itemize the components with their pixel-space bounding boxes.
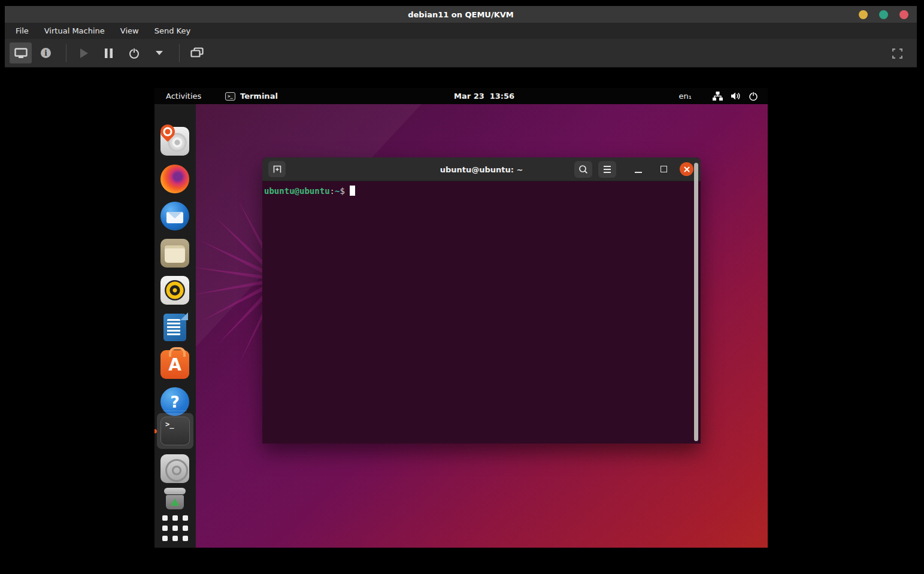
terminal-window-title: ubuntu@ubuntu: ~ (262, 157, 701, 181)
dock-item-rhythmbox[interactable] (160, 276, 189, 305)
dock: A ? >_ (154, 104, 196, 548)
terminal-icon: >_ (160, 417, 190, 445)
vm-window-titlebar[interactable]: debian11 on QEMU/KVM (5, 6, 917, 23)
menu-button[interactable] (598, 161, 616, 178)
vm-menubar: File Virtual Machine View Send Key (5, 23, 917, 39)
clock-time: 13:56 (490, 92, 514, 101)
window-controls (859, 6, 908, 23)
network-icon (713, 92, 723, 101)
libreoffice-writer-icon (160, 313, 189, 342)
dock-item-help[interactable]: ? (160, 387, 189, 416)
terminal-cursor (350, 186, 355, 196)
hamburger-icon (604, 166, 611, 173)
dock-item-libreoffice-writer[interactable] (160, 313, 189, 342)
maximize-window-button[interactable] (879, 10, 888, 19)
dock-item-firefox[interactable] (160, 165, 189, 193)
terminal-scrollbar[interactable] (694, 163, 698, 441)
chevron-down-icon (156, 51, 163, 55)
prompt-dollar: $ (340, 186, 344, 196)
search-button[interactable] (574, 161, 592, 178)
toolbar-separator (179, 44, 180, 62)
files-icon (160, 239, 189, 268)
toolbar-separator (66, 44, 66, 62)
virtual-displays-button[interactable] (186, 42, 208, 63)
app-grid-icon (160, 514, 189, 542)
terminal-titlebar[interactable]: ubuntu@ubuntu: ~ (262, 157, 701, 181)
vm-toolbar: i (5, 39, 917, 68)
rhythmbox-icon (160, 276, 189, 305)
focused-app-menu[interactable]: >_ Terminal (225, 92, 278, 101)
clock-date: Mar 23 (454, 92, 484, 101)
run-button[interactable] (72, 42, 95, 63)
vm-details-button[interactable]: i (35, 42, 57, 63)
gnome-top-bar: Activities >_ Terminal Mar 23 13:56 en₁ (154, 88, 768, 104)
terminal-window: ubuntu@ubuntu: ~ (262, 157, 701, 444)
shutdown-menu-button[interactable] (148, 42, 170, 63)
minimize-window-button[interactable] (859, 10, 868, 19)
terminal-maximize-button[interactable] (661, 166, 667, 172)
dock-item-files[interactable] (160, 239, 189, 268)
search-icon (578, 165, 588, 174)
prompt-colon: : (330, 186, 335, 196)
dock-separator (163, 411, 187, 411)
menu-view[interactable]: View (120, 26, 139, 35)
trash-icon (162, 488, 187, 512)
system-status-area[interactable]: en₁ (679, 92, 758, 101)
dock-item-app-grid[interactable] (160, 514, 189, 542)
thunderbird-icon (160, 202, 189, 230)
running-indicator-dot (154, 429, 157, 433)
menu-virtual-machine[interactable]: Virtual Machine (44, 26, 105, 35)
pause-icon (104, 48, 113, 59)
keyboard-layout-indicator[interactable]: en₁ (679, 92, 692, 101)
menu-send-key[interactable]: Send Key (154, 26, 190, 35)
new-tab-icon (272, 165, 282, 174)
disks-icon (160, 454, 189, 483)
power-icon (749, 92, 758, 101)
clock-button[interactable]: Mar 23 13:56 (454, 92, 514, 101)
dock-item-ubuntu-software[interactable]: A (160, 350, 189, 379)
new-tab-button[interactable] (268, 161, 286, 177)
help-icon: ? (160, 387, 189, 416)
vm-window-title: debian11 on QEMU/KVM (408, 10, 513, 19)
menu-file[interactable]: File (16, 26, 29, 35)
activities-button[interactable]: Activities (166, 92, 201, 101)
pause-button[interactable] (98, 42, 120, 63)
info-icon: i (41, 48, 51, 58)
focused-app-name: Terminal (240, 92, 278, 101)
dock-item-ubuntu-installer[interactable] (160, 127, 189, 156)
shutdown-button[interactable] (123, 42, 145, 63)
terminal-app-icon: >_ (225, 92, 235, 101)
dock-item-disks[interactable] (160, 454, 189, 483)
terminal-close-button[interactable] (680, 162, 693, 176)
power-icon (128, 47, 140, 59)
prompt-user-host: ubuntu@ubuntu (264, 186, 330, 196)
close-window-button[interactable] (899, 10, 908, 19)
dock-item-thunderbird[interactable] (160, 202, 189, 230)
volume-icon (731, 92, 741, 101)
dock-item-trash[interactable] (160, 488, 189, 517)
fullscreen-button[interactable] (887, 43, 907, 63)
ubuntu-installer-icon (160, 127, 189, 156)
play-icon (79, 48, 89, 59)
monitor-icon (14, 48, 28, 59)
console-button[interactable] (10, 42, 32, 63)
multi-monitor-icon (190, 47, 204, 59)
terminal-content[interactable]: ubuntu@ubuntu:~$ (262, 182, 701, 444)
ubuntu-software-icon: A (160, 350, 189, 379)
firefox-icon (160, 165, 189, 193)
guest-display: Activities >_ Terminal Mar 23 13:56 en₁ (154, 88, 768, 548)
terminal-minimize-button[interactable] (635, 172, 642, 173)
fullscreen-icon (892, 48, 902, 59)
dock-item-terminal[interactable]: >_ (157, 413, 193, 449)
